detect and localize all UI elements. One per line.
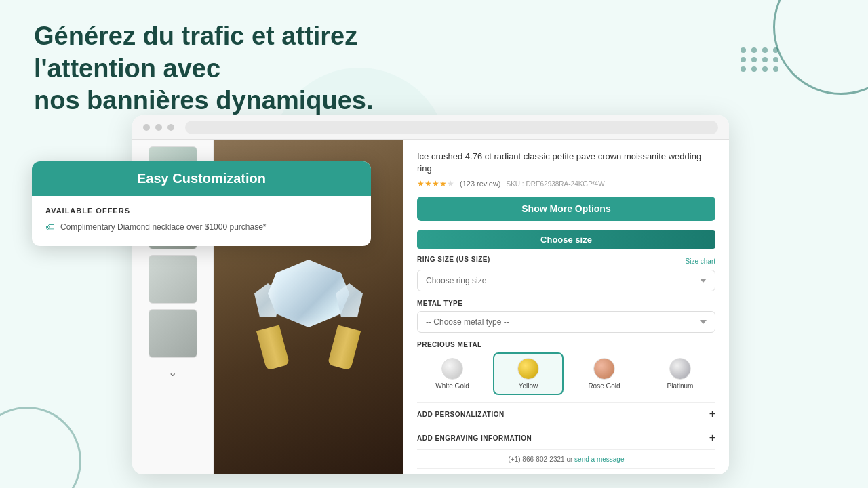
sku: SKU : DRE62938RA-24KGP/4W [507,180,605,188]
ring-size-label: RING SIZE (US SIZE) [417,256,490,263]
precious-metals: White Gold Yellow Rose Gold Platinum [417,352,715,395]
platinum-circle [669,358,691,380]
metal-platinum[interactable]: Platinum [645,352,715,395]
phone-number: (+1) 866-802-2321 [509,455,565,463]
show-more-button[interactable]: Show More Options [417,197,715,221]
bg-circle-top-right [773,0,868,95]
metal-type-label: METAL TYPE [417,300,715,307]
ring-size-section-row: RING SIZE (US SIZE) Size chart [417,256,715,267]
metal-white-gold[interactable]: White Gold [417,352,488,395]
choose-size-bar: Choose size [417,230,715,249]
browser-url-bar[interactable] [185,121,718,134]
thumbnail-4[interactable] [149,309,197,358]
rose-gold-label: Rose Gold [588,382,620,390]
ring-band-right [328,325,361,370]
engraving-expand-icon: + [709,432,715,444]
metal-yellow[interactable]: Yellow [493,352,564,395]
product-meta: ★★★★★ (123 review) SKU : DRE62938RA-24KG… [417,179,715,188]
yellow-circle [517,358,539,380]
add-personalization-row[interactable]: ADD PERSONALIZATION + [417,402,715,426]
metal-rose-gold[interactable]: Rose Gold [569,352,639,395]
browser-bar [132,115,729,140]
contact-row: (+1) 866-802-2321 or send a message [417,449,715,468]
hero-section: Générez du trafic et attirez l'attention… [34,20,414,117]
metal-type-dropdown[interactable]: -- Choose metal type -- 14K Gold18K Gold… [417,311,715,333]
tag-icon: 🏷 [45,222,55,232]
contact-link[interactable]: send a message [574,455,624,463]
product-title: Ice crushed 4.76 ct radiant classic peti… [417,150,715,175]
hero-title: Générez du trafic et attirez l'attention… [34,20,414,117]
chevron-down-icon[interactable]: ⌄ [168,366,177,379]
browser-dot-1 [143,124,150,131]
offer-row: 🏷 Complimentary Diamond necklace over $1… [45,222,357,232]
trust-badges: SECURE PAYMENT WORLD WIDE CERTIFIED 30 D… [417,468,715,474]
bg-dots [741,47,780,72]
precious-metal-label: PRECIOUS METAL [417,341,715,348]
product-details: Ice crushed 4.76 ct radiant classic peti… [403,140,729,474]
ring-center [248,246,370,368]
ring-size-dropdown[interactable]: Choose ring size 5678 [417,270,715,291]
review-count: (123 review) [460,180,501,188]
thumbnail-3[interactable] [149,255,197,304]
white-gold-circle [441,358,463,380]
easy-customization-header: Easy Customization [32,161,371,196]
add-engraving-row[interactable]: ADD ENGRAVING INFORMATION + [417,426,715,449]
offer-text: Complimentary Diamond necklace over $100… [60,222,267,232]
available-offers-title: AVAILABLE OFFERS [45,207,357,215]
yellow-label: Yellow [519,382,538,390]
add-engraving-label: ADD ENGRAVING INFORMATION [417,434,532,442]
browser-dot-2 [155,124,162,131]
bg-circle-bottom-left [0,407,81,488]
size-chart-link[interactable]: Size chart [686,258,715,265]
personalization-expand-icon: + [709,408,715,420]
browser-dot-3 [167,124,174,131]
star-rating: ★★★★★ [417,179,454,188]
white-gold-label: White Gold [435,382,469,390]
platinum-label: Platinum [667,382,694,390]
easy-customization-card: Easy Customization AVAILABLE OFFERS 🏷 Co… [32,161,371,246]
ring-band-left [256,325,290,370]
add-personalization-label: ADD PERSONALIZATION [417,411,505,418]
contact-or: or [566,455,572,463]
rose-gold-circle [593,358,615,380]
easy-customization-body: AVAILABLE OFFERS 🏷 Complimentary Diamond… [32,196,371,246]
